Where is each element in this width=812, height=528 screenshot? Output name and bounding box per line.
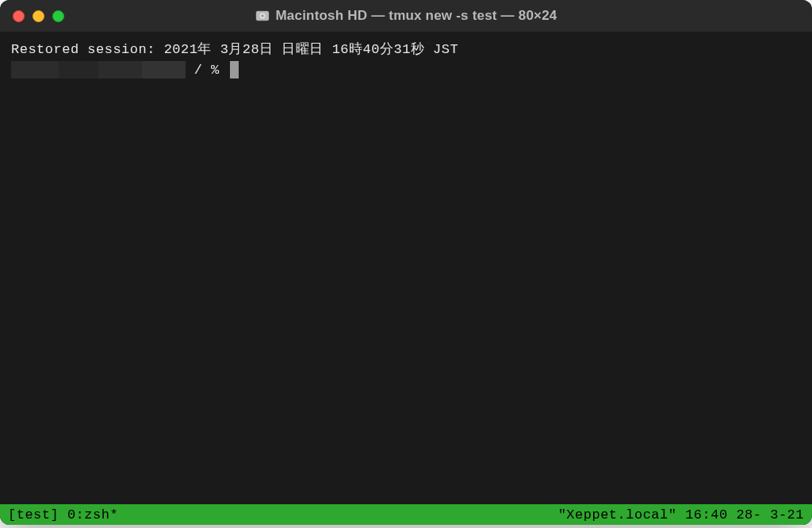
cursor <box>230 61 239 78</box>
svg-point-2 <box>261 15 263 17</box>
titlebar[interactable]: Macintosh HD — tmux new -s test — 80×24 <box>0 0 812 32</box>
redacted-hostname-segment <box>98 61 142 78</box>
restored-session-line: Restored session: 2021年 3月28日 日曜日 16時40分… <box>11 40 801 60</box>
redacted-hostname-segment <box>11 61 59 78</box>
terminal-body[interactable]: Restored session: 2021年 3月28日 日曜日 16時40分… <box>0 32 812 504</box>
minimize-button[interactable] <box>33 10 44 22</box>
disk-icon <box>255 9 270 23</box>
terminal-window: Macintosh HD — tmux new -s test — 80×24 … <box>0 0 812 525</box>
traffic-lights <box>13 10 64 22</box>
status-right: "Xeppet.local" 16:40 28- 3-21 <box>558 507 804 522</box>
window-title: Macintosh HD — tmux new -s test — 80×24 <box>276 8 557 24</box>
prompt-suffix: / % <box>186 60 228 81</box>
redacted-hostname-segment <box>59 61 98 78</box>
svg-point-1 <box>259 13 266 20</box>
prompt-line: / % <box>11 60 801 81</box>
tmux-status-bar: [test] 0:zsh* "Xeppet.local" 16:40 28- 3… <box>0 504 812 525</box>
title-container: Macintosh HD — tmux new -s test — 80×24 <box>0 8 812 24</box>
redacted-hostname-segment <box>142 61 186 78</box>
close-button[interactable] <box>13 10 25 22</box>
maximize-button[interactable] <box>52 10 64 22</box>
status-left: [test] 0:zsh* <box>8 507 118 522</box>
svg-rect-0 <box>256 11 269 21</box>
